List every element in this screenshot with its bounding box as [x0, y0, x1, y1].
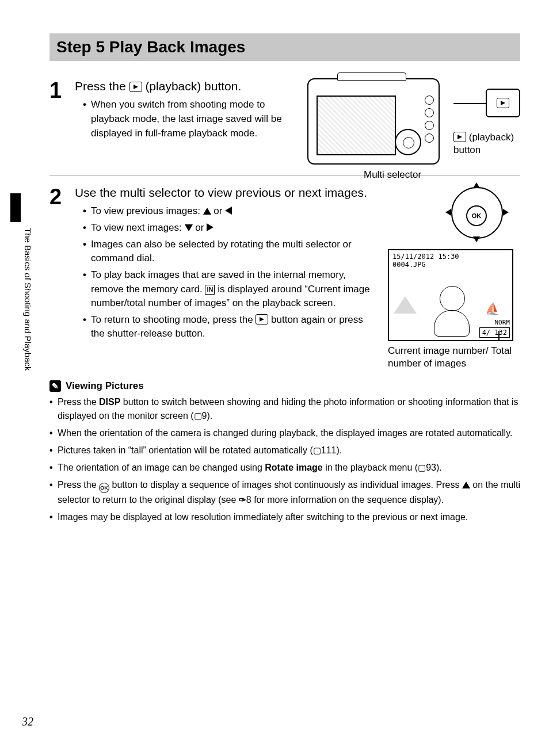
step2-bullet2: To view next images: or [83, 221, 374, 235]
step1-bullet1: When you switch from shooting mode to pl… [83, 98, 297, 140]
step2-bullet3: Images can also be selected by rotating … [83, 238, 374, 266]
ok-button-icon: OK [99, 483, 109, 493]
side-chapter-tab: The Basics of Shooting and Playback [10, 193, 28, 412]
step-1: 1 Press the (playback) button. When you … [49, 78, 520, 165]
note-item-3: Pictures taken in “tall” orientation wil… [49, 444, 520, 457]
page-ref-icon: ▢ [313, 445, 321, 455]
playback-icon [497, 98, 509, 108]
playback-filename: 0004.JPG [392, 261, 509, 269]
step2-figure-col: OK 15/11/2012 15:30 0004.JPG [384, 185, 520, 370]
playback-button-label: (playback) button [453, 131, 523, 156]
viewing-pictures-note: ✎ Viewing Pictures Press the DISP button… [49, 380, 520, 524]
multi-selector-dial-figure: OK [445, 185, 509, 242]
step1-heading: Press the (playback) button. [75, 78, 297, 94]
playback-image-count: 4/ 132 [479, 327, 510, 338]
note-icon: ✎ [49, 380, 61, 392]
step2-bullet5: To return to shooting mode, press the bu… [83, 313, 374, 341]
note-item-5: Press the OK button to display a sequenc… [49, 478, 520, 507]
page-number: 32 [22, 715, 33, 728]
step-number-2: 2 [49, 185, 75, 370]
note-item-6: Images may be displayed at low resolutio… [49, 510, 520, 524]
playback-icon [453, 132, 466, 142]
multi-selector-label: Multi selector [364, 169, 421, 181]
step2-heading: Use the multi selector to view previous … [75, 185, 374, 201]
playback-caption: Current image number/ Total number of im… [388, 345, 514, 370]
playback-screen-figure: 15/11/2012 15:30 0004.JPG ⛵ NORM 4/ 132 … [388, 249, 514, 370]
playback-icon [129, 82, 142, 92]
step2-bullet4: To play back images that are saved in th… [83, 268, 374, 311]
step-divider [49, 175, 520, 175]
step-number-1: 1 [49, 78, 75, 165]
camera-body-drawing [307, 78, 440, 165]
side-tab-marker [10, 193, 21, 222]
up-arrow-icon [462, 482, 470, 488]
internal-memory-icon: IN [205, 285, 215, 295]
side-tab-text: The Basics of Shooting and Playback [23, 228, 33, 371]
page-title: Step 5 Play Back Images [49, 33, 520, 61]
page-ref-icon: ▢ [418, 463, 426, 472]
step-2: 2 Use the multi selector to view previou… [49, 185, 520, 370]
note-item-2: When the orientation of the camera is ch… [49, 426, 520, 440]
ok-button-icon: OK [466, 205, 487, 226]
playback-quality: NORM [495, 319, 510, 326]
playback-date: 15/11/2012 15:30 [392, 253, 509, 261]
right-arrow-icon [207, 223, 214, 231]
note-item-4: The orientation of an image can be chang… [49, 461, 520, 475]
left-arrow-icon [225, 207, 232, 215]
sailboat-icon: ⛵ [485, 302, 500, 316]
playback-button-callout [486, 89, 520, 117]
step2-bullet1: To view previous images: or [83, 204, 374, 219]
down-arrow-icon [185, 224, 193, 231]
playback-icon [256, 314, 268, 324]
note-heading: Viewing Pictures [66, 380, 144, 392]
section-ref-icon: ✑ [239, 495, 246, 505]
up-arrow-icon [203, 208, 211, 215]
note-item-1: Press the DISP button to switch between … [49, 395, 520, 423]
camera-back-figure: (playback) button Multi selector [307, 78, 520, 165]
page-ref-icon: ▢ [194, 411, 202, 421]
